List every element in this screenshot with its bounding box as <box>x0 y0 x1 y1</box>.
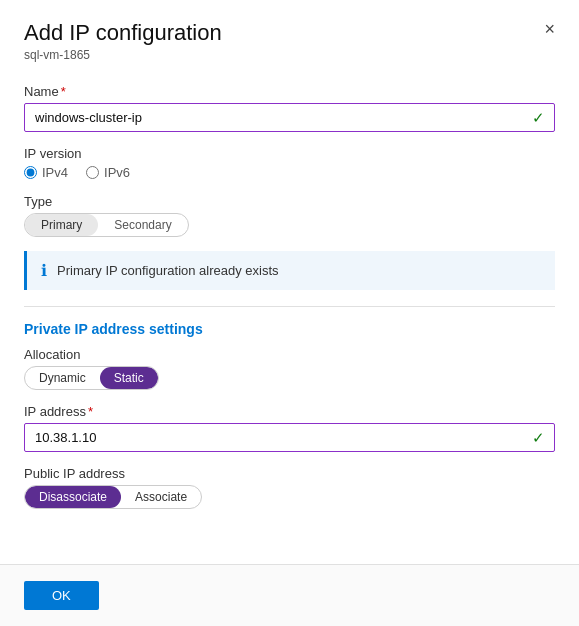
info-icon: ℹ <box>41 261 47 280</box>
allocation-static-button[interactable]: Static <box>100 367 158 389</box>
add-ip-configuration-dialog: Add IP configuration sql-vm-1865 × Name*… <box>0 0 579 626</box>
public-ip-associate-button[interactable]: Associate <box>121 486 201 508</box>
ip-version-label: IP version <box>24 146 555 161</box>
ip-address-group: IP address* ✓ <box>24 404 555 452</box>
public-ip-group: Public IP address Disassociate Associate <box>24 466 555 509</box>
allocation-label: Allocation <box>24 347 555 362</box>
public-ip-toggle-group: Disassociate Associate <box>24 485 202 509</box>
type-toggle-group: Primary Secondary <box>24 213 189 237</box>
public-ip-label: Public IP address <box>24 466 555 481</box>
ip-version-group: IP version IPv4 IPv6 <box>24 146 555 180</box>
type-secondary-button[interactable]: Secondary <box>98 214 187 236</box>
private-ip-section-title: Private IP address settings <box>24 321 555 337</box>
dialog-subtitle: sql-vm-1865 <box>24 48 555 62</box>
ip-address-check-icon: ✓ <box>532 429 545 447</box>
type-primary-button[interactable]: Primary <box>25 214 98 236</box>
allocation-dynamic-button[interactable]: Dynamic <box>25 367 100 389</box>
ip-address-input-wrapper: ✓ <box>24 423 555 452</box>
allocation-toggle-group: Dynamic Static <box>24 366 159 390</box>
name-field-group: Name* ✓ <box>24 84 555 132</box>
ip-address-input[interactable] <box>24 423 555 452</box>
ok-button[interactable]: OK <box>24 581 99 610</box>
type-group: Type Primary Secondary <box>24 194 555 237</box>
type-label: Type <box>24 194 555 209</box>
dialog-header: Add IP configuration sql-vm-1865 × <box>0 0 579 68</box>
info-message: Primary IP configuration already exists <box>57 263 279 278</box>
divider <box>24 306 555 307</box>
ip-version-radio-group: IPv4 IPv6 <box>24 165 555 180</box>
ipv4-radio-label[interactable]: IPv4 <box>24 165 68 180</box>
dialog-title: Add IP configuration <box>24 20 555 46</box>
ip-address-label: IP address* <box>24 404 555 419</box>
ipv4-radio[interactable] <box>24 166 37 179</box>
dialog-footer: OK <box>0 564 579 626</box>
name-input[interactable] <box>24 103 555 132</box>
public-ip-disassociate-button[interactable]: Disassociate <box>25 486 121 508</box>
ipv6-radio-label[interactable]: IPv6 <box>86 165 130 180</box>
name-label: Name* <box>24 84 555 99</box>
name-input-wrapper: ✓ <box>24 103 555 132</box>
allocation-group: Allocation Dynamic Static <box>24 347 555 390</box>
ipv6-radio[interactable] <box>86 166 99 179</box>
close-button[interactable]: × <box>538 18 561 40</box>
ipv4-label: IPv4 <box>42 165 68 180</box>
info-box: ℹ Primary IP configuration already exist… <box>24 251 555 290</box>
name-check-icon: ✓ <box>532 109 545 127</box>
dialog-body: Name* ✓ IP version IPv4 IPv6 Type <box>0 68 579 564</box>
ipv6-label: IPv6 <box>104 165 130 180</box>
